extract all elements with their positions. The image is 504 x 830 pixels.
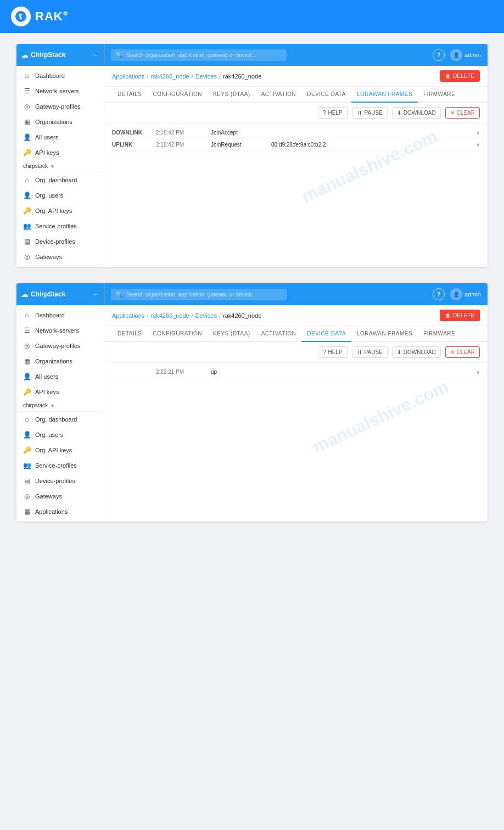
sidebar-item-device-profiles-2[interactable]: ▤ Device-profiles <box>16 473 104 489</box>
pause-btn-1[interactable]: ⏸ PAUSE <box>352 107 388 119</box>
table-row[interactable]: DOWNLINK 2:18:42 PM JoinAccept ∨ <box>112 127 480 139</box>
sidebar-item-organizations-2[interactable]: ▦ Organizations <box>16 354 104 369</box>
sidebar-item-org-dashboard-1[interactable]: ⌂ Org. dashboard <box>16 172 104 188</box>
org-icon-1: ▦ <box>23 118 31 126</box>
data-area-2: 2:22:21 PM up ∨ manualshive.com <box>104 363 488 521</box>
delete-button-1[interactable]: 🗑 DELETE <box>440 70 480 82</box>
pause-icon-2: ⏸ <box>357 349 362 355</box>
delete-button-2[interactable]: 🗑 DELETE <box>440 310 480 321</box>
breadcrumb-applications-1[interactable]: Applications <box>112 73 144 80</box>
org-selector-2[interactable]: chirpstack ▼ <box>16 400 104 412</box>
gateways-icon-1: ◎ <box>23 253 31 261</box>
sidebar-item-service-profiles-2[interactable]: 👥 Service-profiles <box>16 458 104 473</box>
sidebar-item-all-users-1[interactable]: 👤 All users <box>16 130 104 145</box>
search-input-2[interactable] <box>126 291 282 298</box>
table-row[interactable]: UPLINK 2:18:42 PM JoinRequest 00:d9:28:f… <box>112 139 480 151</box>
breadcrumb-1: Applications / rak4260_node / Devices / … <box>112 73 261 80</box>
help-circle-btn-1[interactable]: ? <box>433 49 445 61</box>
table-row[interactable]: 2:22:21 PM up ∨ <box>112 366 480 378</box>
question-icon-2: ? <box>323 349 326 355</box>
sidebar-item-org-api-1[interactable]: 🔑 Org. API keys <box>16 203 104 218</box>
sidebar-label-org-users-1: Org. users <box>35 192 63 199</box>
sidebar-item-network-servers-1[interactable]: ☰ Network-servers <box>16 83 104 99</box>
org-home-icon-1: ⌂ <box>23 176 31 184</box>
tab-device-data-2[interactable]: DEVICE DATA <box>301 326 351 342</box>
tab-activation-2[interactable]: ACTIVATION <box>256 326 302 342</box>
admin-btn-2[interactable]: 👤 admin <box>450 288 481 300</box>
sidebar-item-dashboard-2[interactable]: ⌂ Dashboard <box>16 307 104 323</box>
expand-icon-p2-row-1[interactable]: ∨ <box>476 369 480 375</box>
sidebar-nav-1: ⌂ Dashboard ☰ Network-servers ◎ Gateway-… <box>16 66 104 267</box>
question-icon-1: ? <box>323 110 326 116</box>
breadcrumb-device-name-1: rak4260_node <box>223 73 261 80</box>
pause-btn-2[interactable]: ⏸ PAUSE <box>352 346 388 358</box>
tab-keys-1[interactable]: KEYS (DTAA) <box>208 87 256 103</box>
tab-configuration-2[interactable]: CONFIGURATION <box>147 326 208 342</box>
sidebar-item-applications-2[interactable]: ▦ Applications <box>16 504 104 519</box>
sidebar-collapse-btn-1[interactable]: ← <box>93 51 99 59</box>
sidebar-item-org-api-2[interactable]: 🔑 Org. API keys <box>16 442 104 458</box>
sidebar-item-device-profiles-1[interactable]: ▤ Device-profiles <box>16 234 104 249</box>
org-home-icon-2: ⌂ <box>23 416 31 423</box>
sidebar-item-api-keys-2[interactable]: 🔑 API keys <box>16 384 104 400</box>
breadcrumb-devices-2[interactable]: Devices <box>195 312 217 319</box>
tab-device-data-1[interactable]: DEVICE DATA <box>301 87 351 103</box>
panel-header-2: 🔍 ? 👤 admin <box>104 283 488 305</box>
help-circle-btn-2[interactable]: ? <box>433 288 445 300</box>
breadcrumb-app-name-2[interactable]: rak4260_node <box>150 312 189 319</box>
sidebar-item-gateway-profiles-1[interactable]: ◎ Gateway-profiles <box>16 99 104 114</box>
breadcrumb-applications-2[interactable]: Applications <box>112 312 144 319</box>
expand-icon-row-2[interactable]: ∨ <box>476 142 480 148</box>
clear-btn-2[interactable]: ✕ CLEAR <box>445 346 480 358</box>
admin-btn-1[interactable]: 👤 admin <box>450 49 481 61</box>
row-1-type: JoinAccept <box>211 130 260 136</box>
rak-logo-icon <box>11 7 31 26</box>
org-selector-1[interactable]: chirpstack ▼ <box>16 160 104 172</box>
download-btn-2[interactable]: ⬇ DOWNLOAD <box>392 346 441 358</box>
help-btn-2[interactable]: ? HELP <box>318 346 348 358</box>
sidebar-label-gateways-2: Gateways <box>35 493 62 500</box>
sidebar-item-gateways-1[interactable]: ◎ Gateways <box>16 249 104 265</box>
breadcrumb-app-name-1[interactable]: rak4260_node <box>150 73 189 80</box>
expand-icon-row-1[interactable]: ∨ <box>476 130 480 136</box>
sidebar-1: ☁ ChirpStack ← ⌂ Dashboard ☰ Network-ser… <box>16 44 104 267</box>
tab-details-2[interactable]: DETAILS <box>112 326 147 342</box>
tab-details-1[interactable]: DETAILS <box>112 87 147 103</box>
search-bar-1[interactable]: 🔍 <box>111 49 287 61</box>
tab-lorawan-frames-1[interactable]: LORAWAN FRAMES <box>351 87 418 103</box>
panel-header-right-2: ? 👤 admin <box>433 288 481 300</box>
sidebar-item-gateways-2[interactable]: ◎ Gateways <box>16 489 104 504</box>
tab-keys-2[interactable]: KEYS (DTAA) <box>208 326 256 342</box>
tab-activation-1[interactable]: ACTIVATION <box>256 87 302 103</box>
sidebar-item-org-users-2[interactable]: 👤 Org. users <box>16 427 104 442</box>
sidebar-item-api-keys-1[interactable]: 🔑 API keys <box>16 145 104 160</box>
sidebar-item-all-users-2[interactable]: 👤 All users <box>16 369 104 384</box>
sidebar-item-organizations-1[interactable]: ▦ Organizations <box>16 114 104 130</box>
tab-configuration-1[interactable]: CONFIGURATION <box>147 87 208 103</box>
org-user-icon-2: 👤 <box>23 431 31 439</box>
sidebar-item-dashboard-1[interactable]: ⌂ Dashboard <box>16 68 104 83</box>
sidebar-item-service-profiles-1[interactable]: 👥 Service-profiles <box>16 218 104 234</box>
sidebar-label-gateways-1: Gateways <box>35 254 62 260</box>
tab-lorawan-frames-2[interactable]: LORAWAN FRAMES <box>351 326 418 342</box>
sidebar-item-gateway-profiles-2[interactable]: ◎ Gateway-profiles <box>16 338 104 354</box>
clear-btn-1[interactable]: ✕ CLEAR <box>445 107 480 119</box>
search-bar-2[interactable]: 🔍 <box>111 289 287 300</box>
sidebar-collapse-btn-2[interactable]: ← <box>93 290 99 298</box>
clear-label-1: CLEAR <box>457 110 475 116</box>
download-btn-1[interactable]: ⬇ DOWNLOAD <box>392 107 441 119</box>
help-btn-1[interactable]: ? HELP <box>318 107 348 119</box>
sidebar-item-network-servers-2[interactable]: ☰ Network-servers <box>16 323 104 338</box>
sidebar-label-service-1: Service-profiles <box>35 223 77 229</box>
tab-firmware-2[interactable]: FIRMWARE <box>418 326 461 342</box>
row-p2-1-type: up <box>211 369 260 375</box>
breadcrumb-devices-1[interactable]: Devices <box>195 73 217 80</box>
search-icon-2: 🔍 <box>115 291 123 298</box>
download-icon-2: ⬇ <box>397 349 401 355</box>
search-input-1[interactable] <box>126 52 282 58</box>
sidebar-nav-2: ⌂ Dashboard ☰ Network-servers ◎ Gateway-… <box>16 305 104 521</box>
sidebar-item-org-users-1[interactable]: 👤 Org. users <box>16 188 104 203</box>
sidebar-item-org-dashboard-2[interactable]: ⌂ Org. dashboard <box>16 412 104 427</box>
tab-firmware-1[interactable]: FIRMWARE <box>418 87 461 103</box>
org-key-icon-2: 🔑 <box>23 446 31 454</box>
